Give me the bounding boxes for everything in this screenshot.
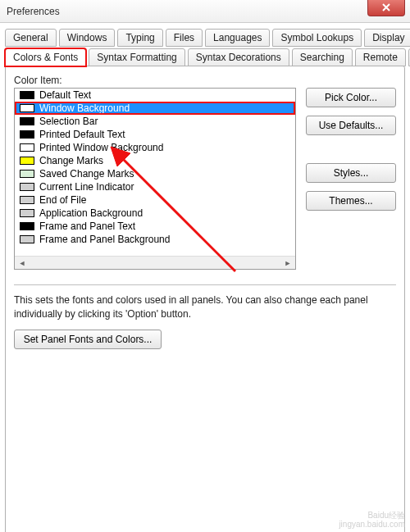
window-title: Preferences [7, 6, 60, 17]
list-item-label: Window Background [39, 102, 130, 114]
list-item[interactable]: Saved Change Marks [15, 167, 295, 180]
color-swatch [20, 91, 34, 99]
list-item-label: Printed Window Background [39, 142, 163, 153]
tab-remote[interactable]: Remote [355, 48, 406, 66]
tabs-container: GeneralWindowsTypingFilesLanguagesSymbol… [0, 23, 410, 66]
tab-symbol-lookups[interactable]: Symbol Lookups [272, 29, 362, 47]
titlebar: Preferences [0, 0, 410, 23]
close-button[interactable] [367, 0, 405, 16]
list-item-label: Selection Bar [39, 116, 98, 127]
tab-row-1: GeneralWindowsTypingFilesLanguagesSymbol… [5, 28, 405, 46]
list-item[interactable]: Window Background [15, 102, 295, 115]
pick-color-button[interactable]: Pick Color... [306, 88, 396, 107]
tab-syntax-decorations[interactable]: Syntax Decorations [188, 48, 289, 66]
tab-syntax-formatting[interactable]: Syntax Formatting [89, 48, 184, 66]
tab-row-2: Colors & FontsSyntax FormattingSyntax De… [5, 48, 405, 66]
color-swatch [20, 130, 34, 139]
use-defaults-button[interactable]: Use Defaults... [306, 116, 396, 135]
color-swatch [20, 117, 34, 125]
tab-general[interactable]: General [5, 29, 57, 47]
color-swatch [20, 143, 34, 152]
list-item[interactable]: Printed Window Background [15, 141, 295, 154]
scroll-right-icon[interactable]: ► [282, 257, 294, 269]
list-item-label: Default Text [39, 89, 91, 101]
color-swatch [20, 104, 34, 112]
tab-languages[interactable]: Languages [205, 29, 270, 47]
list-item-label: Saved Change Marks [39, 168, 134, 180]
list-item[interactable]: Default Text [15, 89, 295, 102]
color-swatch [20, 222, 34, 230]
color-swatch [20, 183, 34, 191]
set-panel-fonts-colors-button[interactable]: Set Panel Fonts and Colors... [14, 330, 162, 349]
list-item-label: Printed Default Text [39, 129, 125, 140]
list-item-label: Application Background [39, 207, 143, 219]
tab-page-colors-fonts: Color Item: Default TextWindow Backgroun… [5, 66, 405, 532]
color-item-listbox[interactable]: Default TextWindow BackgroundSelection B… [14, 88, 296, 270]
list-item-label: Change Marks [39, 155, 103, 166]
themes-button[interactable]: Themes... [306, 191, 396, 211]
list-item[interactable]: Frame and Panel Background [15, 233, 295, 246]
color-swatch [20, 209, 34, 217]
horizontal-scrollbar[interactable]: ◄ ► [15, 256, 295, 269]
tab-typing[interactable]: Typing [117, 29, 162, 47]
list-item[interactable]: Current Line Indicator [15, 180, 295, 193]
tab-searching[interactable]: Searching [292, 48, 353, 66]
close-icon [382, 3, 390, 11]
tab-display[interactable]: Display [364, 29, 410, 47]
description-text: This sets the fonts and colors used in a… [14, 293, 396, 321]
list-item[interactable]: End of File [15, 193, 295, 207]
list-item[interactable]: Application Background [15, 207, 295, 220]
list-item[interactable]: Selection Bar [15, 115, 295, 128]
list-item-label: End of File [39, 194, 86, 206]
color-swatch [20, 196, 34, 204]
tab-windows[interactable]: Windows [59, 29, 116, 47]
tab-files[interactable]: Files [166, 29, 203, 47]
separator [14, 284, 396, 285]
color-swatch [20, 157, 34, 165]
list-item-label: Current Line Indicator [39, 181, 134, 193]
list-item[interactable]: Change Marks [15, 154, 295, 167]
styles-button[interactable]: Styles... [306, 163, 396, 183]
scroll-left-icon[interactable]: ◄ [16, 257, 28, 269]
color-swatch [20, 235, 34, 243]
tab-colors-fonts[interactable]: Colors & Fonts [5, 48, 86, 66]
color-item-label: Color Item: [14, 75, 296, 86]
list-item-label: Frame and Panel Text [39, 221, 135, 232]
list-item[interactable]: Printed Default Text [15, 128, 295, 141]
list-item-label: Frame and Panel Background [39, 234, 170, 245]
color-swatch [20, 170, 34, 178]
list-item[interactable]: Frame and Panel Text [15, 220, 295, 233]
